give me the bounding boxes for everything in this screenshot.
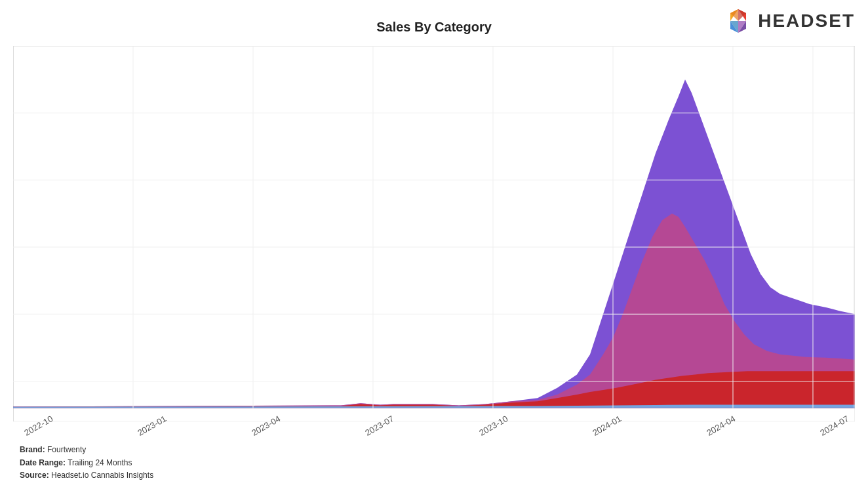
chart-container: HEADSET Sales By Category Edible Flower … <box>0 0 868 487</box>
footer-brand: Brand: Fourtwenty <box>20 444 153 456</box>
source-value: Headset.io Cannabis Insights <box>51 471 153 480</box>
date-range-label: Date Range: <box>20 458 66 467</box>
logo-text: HEADSET <box>758 10 855 31</box>
headset-logo-icon <box>724 7 753 35</box>
date-range-value: Trailing 24 Months <box>68 458 132 467</box>
x-axis-labels: 2022-10 2023-01 2023-04 2023-07 2023-10 … <box>13 421 855 431</box>
header-logo: HEADSET <box>724 7 855 35</box>
area-chart-svg <box>13 46 855 421</box>
footer-info: Brand: Fourtwenty Date Range: Trailing 2… <box>20 444 153 482</box>
brand-value: Fourtwenty <box>47 445 86 454</box>
source-label: Source: <box>20 471 49 480</box>
footer-source: Source: Headset.io Cannabis Insights <box>20 469 153 482</box>
footer-date-range: Date Range: Trailing 24 Months <box>20 457 153 469</box>
brand-label: Brand: <box>20 445 45 454</box>
